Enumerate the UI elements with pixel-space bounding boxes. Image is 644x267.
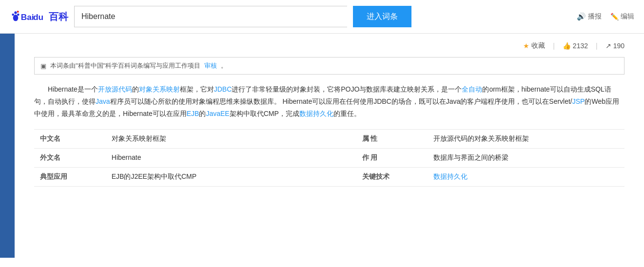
notice-suffix: 。 [221,61,227,70]
link-open-source[interactable]: 开放源代码 [98,85,132,93]
logo-baike-text: 百科 [49,10,68,23]
table-row: 中文名对象关系映射框架属 性开放源代码的对象关系映射框架 [34,129,624,148]
link-orm[interactable]: 对象关系映射 [139,85,180,93]
field-name-2: 关键技术 [356,167,428,186]
link-javaee[interactable]: JavaEE [206,110,229,117]
field-separator [302,148,356,167]
svg-point-1 [12,14,14,16]
info-table: 中文名对象关系映射框架属 性开放源代码的对象关系映射框架外文名Hibernate… [34,129,624,187]
link-auto[interactable]: 全自动 [462,85,482,93]
field-value-2: 数据库与界面之间的桥梁 [428,148,624,167]
thumbs-up-icon: 👍 [563,42,571,50]
svg-point-2 [17,14,20,16]
table-row: 典型应用EJB的J2EE架构中取代CMP关键技术数据持久化 [34,167,624,186]
field-name-1: 典型应用 [34,167,106,186]
divider-2: | [596,42,598,50]
field-name-2: 属 性 [356,129,428,148]
content-wrapper: ★ 收藏 | 👍 2132 | ↗ 190 ▣ 本词条由"科普中国"科学百科词条… [0,34,644,258]
speaker-icon: 🔊 [577,12,586,21]
link-java[interactable]: Java [96,97,110,105]
notice-bar: ▣ 本词条由"科普中国"科学百科词条编写与应用工作项目 审核 。 [34,57,624,75]
share-icon: ↗ [605,42,611,50]
svg-point-0 [14,11,17,14]
like-count: 2132 [573,42,588,50]
edit-label: 编辑 [621,12,634,21]
broadcast-label: 播报 [588,12,602,21]
notice-icon: ▣ [40,62,46,70]
header-actions: 🔊 播报 ✏️ 编辑 [577,12,634,21]
field-name-1: 中文名 [34,129,106,148]
table-row: 外文名Hibernate作 用数据库与界面之间的桥梁 [34,148,624,167]
left-sidebar [0,34,15,258]
svg-point-3 [13,15,19,21]
field-separator [302,167,356,186]
edit-action[interactable]: ✏️ 编辑 [610,12,634,21]
share-count: 190 [613,42,624,50]
divider-1: | [553,42,555,50]
field-value-2: 数据持久化 [428,167,624,186]
field-value-1: EJB的J2EE架构中取代CMP [106,167,303,186]
collect-label: 收藏 [531,41,545,50]
collect-action[interactable]: ★ 收藏 [523,41,545,50]
field-name-1: 外文名 [34,148,106,167]
svg-text:Bai: Bai [21,12,34,22]
notice-text: 本词条由"科普中国"科学百科词条编写与应用工作项目 [50,61,200,70]
article-paragraph: Hibernate是一个开放源代码的对象关系映射框架，它对JDBC进行了非常轻量… [34,83,624,120]
svg-point-4 [17,11,19,13]
logo-area: Bai du 百科 [10,7,68,26]
notice-link[interactable]: 审核 [204,61,217,70]
share-action[interactable]: ↗ 190 [605,42,624,50]
link-ejb[interactable]: EJB [187,110,199,117]
star-icon: ★ [523,42,529,50]
broadcast-action[interactable]: 🔊 播报 [577,12,602,21]
link-jdbc[interactable]: JDBC [214,85,232,93]
field-value-2: 开放源代码的对象关系映射框架 [428,129,624,148]
pencil-icon: ✏️ [610,13,619,20]
field-separator [302,129,356,148]
like-action[interactable]: 👍 2132 [563,42,588,50]
baidu-logo-icon: Bai du [10,7,49,26]
top-actions-bar: ★ 收藏 | 👍 2132 | ↗ 190 [34,41,624,50]
link-jsp[interactable]: JSP [572,97,585,105]
header: Bai du 百科 进入词条 🔊 播报 ✏️ 编辑 [0,0,644,34]
field-value-1: 对象关系映射框架 [106,129,303,148]
search-button[interactable]: 进入词条 [353,6,411,27]
main-content: ★ 收藏 | 👍 2132 | ↗ 190 ▣ 本词条由"科普中国"科学百科词条… [15,34,644,258]
search-input[interactable] [74,6,347,27]
field-value-1: Hibernate [106,148,303,167]
svg-text:du: du [33,12,43,22]
field-name-2: 作 用 [356,148,428,167]
link-persistence[interactable]: 数据持久化 [299,110,333,117]
